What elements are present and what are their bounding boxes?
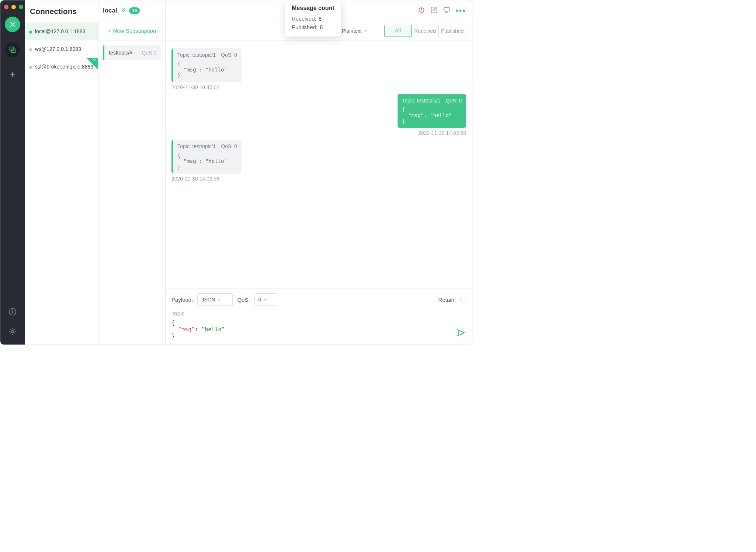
- filter-all-tab[interactable]: All: [384, 25, 412, 36]
- edit-connection-button[interactable]: [430, 6, 438, 15]
- collapse-subscriptions[interactable]: [120, 7, 126, 14]
- message-timestamp: 2020-11-30 14:03:58: [171, 176, 242, 182]
- connection-label: local@127.0.0.1:1883: [35, 28, 85, 34]
- active-connection-name: local: [103, 7, 117, 14]
- message-timestamp: 2020-11-30 14:03:58: [398, 130, 466, 136]
- message-received: Topic: testtopic/1 QoS: 0 { "msg": "hell…: [171, 140, 242, 182]
- zoom-window-icon[interactable]: [19, 5, 23, 9]
- chevron-down-icon: ▾: [264, 297, 266, 302]
- publish-payload-editor[interactable]: { "msg": "hello" }: [171, 318, 466, 343]
- message-topic: Topic: testtopic/1: [177, 143, 216, 149]
- new-subscription-button[interactable]: + New Subscription: [98, 21, 165, 41]
- chevron-down-icon: ▾: [218, 297, 221, 302]
- chevron-down-icon: ▾: [365, 28, 367, 33]
- new-window-button[interactable]: [443, 6, 450, 15]
- subscription-qos: QoS 0: [142, 50, 156, 56]
- info-icon: [8, 308, 17, 316]
- connections-title: Connections: [25, 0, 98, 22]
- publish-qos-select[interactable]: 0 ▾: [254, 293, 277, 306]
- layers-icon: [9, 46, 16, 53]
- connection-label: ws@127.0.0.1:8083: [35, 46, 81, 52]
- power-icon: [418, 6, 425, 14]
- svg-rect-6: [431, 7, 437, 13]
- nav-about[interactable]: [8, 308, 17, 317]
- message-received: Topic: testtopic/1 QoS: 0 { "msg": "hell…: [171, 48, 242, 90]
- message-timestamp: 2020-11-30 10:45:02: [171, 84, 242, 90]
- payload-format-value: Plaintext: [342, 28, 362, 34]
- popover-received-label: Received:: [292, 15, 316, 22]
- message-topic: Topic: testtopic/1: [177, 52, 216, 58]
- connection-item[interactable]: ws@127.0.0.1:8083: [25, 40, 98, 58]
- retain-label: Retain:: [438, 297, 456, 303]
- message-qos: QoS: 0: [221, 52, 237, 58]
- connections-panel: Connections local@127.0.0.1:1883 ws@127.…: [25, 0, 98, 345]
- retain-radio[interactable]: [460, 297, 466, 303]
- nav-connections[interactable]: [5, 42, 20, 57]
- popover-title: Message count: [292, 5, 334, 11]
- publish-qos-label: QoS:: [237, 297, 250, 303]
- send-button[interactable]: [457, 328, 465, 339]
- window-controls[interactable]: [4, 5, 23, 9]
- edit-icon: [430, 6, 438, 14]
- plus-icon: +: [10, 69, 15, 81]
- publish-panel: Payload: JSON ▾ QoS: 0 ▾ Retain: { "msg"…: [166, 289, 472, 345]
- status-dot-icon: [29, 66, 32, 69]
- minimize-window-icon[interactable]: [11, 5, 16, 9]
- connection-header: local 16: [98, 0, 165, 21]
- publish-topic-input[interactable]: [171, 306, 466, 318]
- filter-published-tab[interactable]: Published: [438, 25, 466, 37]
- message-qos: QoS: 0: [445, 98, 462, 104]
- message-qos: QoS: 0: [221, 143, 237, 149]
- new-subscription-label: New Subscription: [113, 28, 156, 34]
- message-list[interactable]: Topic: testtopic/1 QoS: 0 { "msg": "hell…: [166, 41, 472, 289]
- subscriptions-panel: local 16 + New Subscription testtopic/# …: [98, 0, 166, 345]
- message-payload: { "msg": "hello" }: [177, 152, 237, 170]
- message-payload: { "msg": "hello" }: [402, 106, 462, 124]
- payload-format-select[interactable]: Plaintext ▾: [338, 25, 379, 37]
- message-topic: Topic: testtopic/1: [402, 98, 440, 104]
- publish-format-select[interactable]: JSON ▾: [197, 293, 233, 306]
- connection-label: ssl@broker.emqx.io:8883: [35, 64, 93, 70]
- chevron-double-down-icon: [120, 7, 126, 13]
- main-panel: ••• Plaintext ▾ All Received Published T…: [166, 0, 472, 345]
- status-dot-icon: [29, 31, 32, 34]
- message-payload: { "msg": "hello" }: [177, 61, 237, 78]
- popover-received-value: 8: [319, 15, 322, 22]
- popover-published-label: Published:: [292, 24, 318, 30]
- svg-point-5: [11, 331, 14, 333]
- app-logo[interactable]: [5, 17, 20, 32]
- nav-settings[interactable]: [8, 328, 17, 337]
- filter-received-tab[interactable]: Received: [411, 25, 438, 37]
- logo-icon: [8, 20, 17, 28]
- popover-published-value: 8: [320, 24, 323, 30]
- send-icon: [457, 328, 465, 337]
- message-count-badge[interactable]: 16: [129, 7, 140, 14]
- nav-new-connection[interactable]: +: [5, 67, 20, 82]
- status-dot-icon: [29, 48, 32, 51]
- svg-point-4: [13, 310, 13, 310]
- close-window-icon[interactable]: [4, 5, 8, 9]
- message-filter-tabs: All Received Published: [384, 25, 466, 37]
- dots-horizontal-icon: •••: [455, 6, 466, 15]
- plus-icon: +: [108, 28, 111, 34]
- svg-rect-7: [444, 7, 449, 11]
- publish-format-value: JSON: [201, 297, 215, 303]
- publish-qos-value: 0: [259, 297, 261, 303]
- disconnect-button[interactable]: [418, 6, 425, 15]
- payload-label: Payload:: [171, 297, 193, 303]
- more-actions-button[interactable]: •••: [455, 6, 466, 15]
- message-sent: Topic: testtopic/1 QoS: 0 { "msg": "hell…: [398, 94, 466, 136]
- message-count-popover: Message count Received: 8 Published: 8: [285, 0, 341, 36]
- connection-item[interactable]: local@127.0.0.1:1883: [25, 22, 98, 40]
- subscription-topic: testtopic/#: [109, 50, 132, 56]
- monitor-icon: [443, 6, 450, 14]
- connection-item[interactable]: ssl@broker.emqx.io:8883 SSL: [25, 58, 98, 76]
- gear-icon: [8, 328, 17, 336]
- subscription-item[interactable]: testtopic/# QoS 0: [103, 45, 161, 60]
- app-rail: +: [0, 0, 25, 345]
